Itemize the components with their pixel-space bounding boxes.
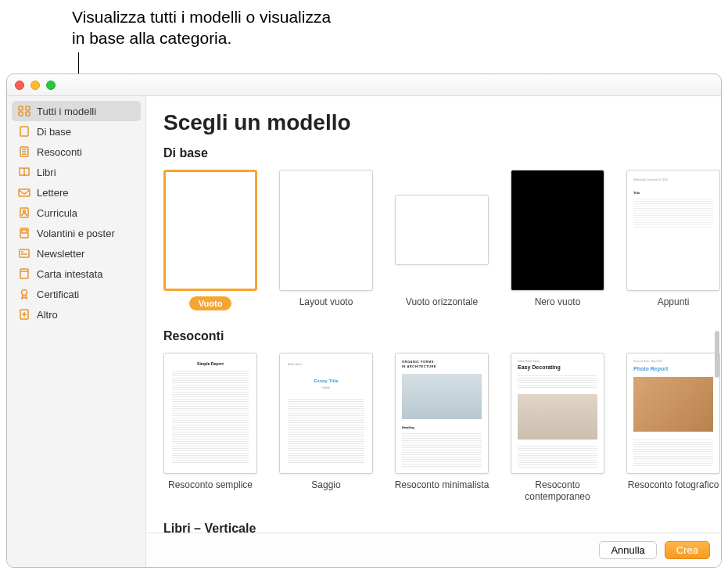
help-annotation: Visualizza tutti i modelli o visualizza … [72,6,331,49]
sidebar-item-letters[interactable]: Lettere [12,182,141,203]
template-label: Vuoto [189,296,232,310]
window-titlebar [7,74,721,96]
template-thumb: Business Name · April 2020 Photo Report [626,353,720,474]
maximize-icon[interactable] [46,81,56,90]
sidebar-item-label: Libri [37,167,56,178]
sidebar: Tutti i modelli Di base Resoconti Libri … [7,96,146,567]
book-icon [18,167,30,178]
sidebar-item-certificates[interactable]: Certificati [12,284,141,304]
sidebar-item-resumes[interactable]: Curricula [12,203,141,223]
section-title-reports: Resoconti [163,329,721,343]
close-icon[interactable] [15,81,24,90]
sidebar-item-label: Tutti i modelli [37,106,96,117]
scrollbar-thumb[interactable] [715,331,719,378]
template-blank-landscape[interactable]: Vuoto orizzontale [395,170,489,310]
template-essay[interactable]: Author Name Essay Title Subtitle Saggio [279,353,373,503]
template-blank-layout[interactable]: Layout vuoto [279,170,373,310]
template-label: Saggio [275,479,377,491]
plus-page-icon [18,309,30,320]
template-thumb: Wednesday, December 12, 2019 Title [626,170,720,291]
template-minimalist-report[interactable]: ORGANIC FORMS IN ARCHITECTURE Heading Re… [395,353,489,503]
template-thumb: Simple Home Styling Easy Decorating [511,353,604,474]
template-label: Resoconto minimalista [391,479,493,491]
sidebar-item-label: Carta intestata [37,268,103,280]
svg-rect-13 [22,230,27,233]
footer-bar: Annulla Crea [146,533,721,567]
cancel-button[interactable]: Annulla [599,541,656,559]
sidebar-item-newsletter[interactable]: Newsletter [12,243,141,264]
main-content: Scegli un modello Di base Vuoto Layout v… [146,96,721,567]
minimize-icon[interactable] [30,81,40,90]
template-thumb: Simple Report [163,353,257,474]
sidebar-item-basic[interactable]: Di base [12,121,141,142]
person-page-icon [18,207,30,218]
page-lines-icon [18,146,30,157]
sidebar-item-all-templates[interactable]: Tutti i modelli [12,101,141,121]
svg-rect-17 [20,269,28,278]
sidebar-item-label: Di base [37,126,71,138]
help-annotation-line2: in base alla categoria. [72,29,231,47]
template-photo-report[interactable]: Business Name · April 2020 Photo Report … [626,353,720,503]
template-scroll-area[interactable]: Scegli un modello Di base Vuoto Layout v… [146,96,721,533]
template-contemporary-report[interactable]: Simple Home Styling Easy Decorating Reso… [511,353,604,503]
template-label: Layout vuoto [275,296,377,308]
sidebar-item-label: Volantini e poster [37,228,115,239]
template-grid-reports: Simple Report Resoconto semplice Author … [163,353,721,503]
grid-all-icon [18,106,30,117]
template-thumb: ORGANIC FORMS IN ARCHITECTURE Heading [395,353,489,474]
template-label: Resoconto fotografico [622,479,721,491]
sidebar-item-label: Lettere [37,187,68,199]
sidebar-item-books[interactable]: Libri [12,162,141,182]
sidebar-item-stationery[interactable]: Carta intestata [12,264,141,284]
sidebar-item-label: Curricula [37,207,77,219]
sidebar-item-label: Resoconti [37,146,82,158]
svg-rect-9 [19,189,30,196]
page-title: Scegli un modello [163,110,721,135]
template-blank-black[interactable]: Nero vuoto [511,170,604,310]
svg-point-19 [22,290,27,296]
template-label: Resoconto contemporaneo [507,479,608,503]
svg-rect-3 [26,112,30,116]
sidebar-item-label: Newsletter [37,248,84,260]
template-thumb: Author Name Essay Title Subtitle [279,353,373,474]
template-simple-report[interactable]: Simple Report Resoconto semplice [163,353,257,503]
window-body: Tutti i modelli Di base Resoconti Libri … [7,96,721,567]
letterhead-icon [18,268,30,279]
create-button[interactable]: Crea [665,541,710,559]
sidebar-item-reports[interactable]: Resoconti [12,142,141,162]
svg-rect-1 [26,106,30,110]
sidebar-item-flyers[interactable]: Volantini e poster [12,223,141,243]
template-thumb [163,170,257,291]
template-label: Vuoto orizzontale [391,296,493,308]
sidebar-item-label: Altro [37,309,58,321]
template-grid-basic: Vuoto Layout vuoto Vuoto orizzontale Ner… [163,170,721,310]
svg-rect-4 [20,127,28,136]
sidebar-item-label: Certificati [37,289,79,300]
svg-rect-14 [20,249,29,257]
template-notes[interactable]: Wednesday, December 12, 2019 Title Appun… [626,170,720,310]
template-thumb [511,170,604,291]
poster-icon [18,228,30,239]
template-chooser-window: Tutti i modelli Di base Resoconti Libri … [6,74,722,568]
sidebar-item-other[interactable]: Altro [12,304,141,325]
envelope-icon [18,187,30,198]
template-label: Nero vuoto [507,296,608,308]
template-thumb [279,170,373,291]
newspaper-icon [18,248,30,259]
template-label: Appunti [622,296,721,308]
help-annotation-line1: Visualizza tutti i modelli o visualizza [72,8,331,26]
template-thumb [395,195,489,265]
template-label: Resoconto semplice [160,479,261,491]
svg-point-11 [23,210,26,213]
ribbon-icon [18,289,30,300]
section-title-books-vertical: Libri – Verticale [163,522,721,533]
svg-rect-0 [19,106,23,110]
template-blank[interactable]: Vuoto [163,170,257,310]
page-icon [18,126,30,137]
section-title-basic: Di base [163,146,721,160]
svg-rect-2 [19,112,23,116]
